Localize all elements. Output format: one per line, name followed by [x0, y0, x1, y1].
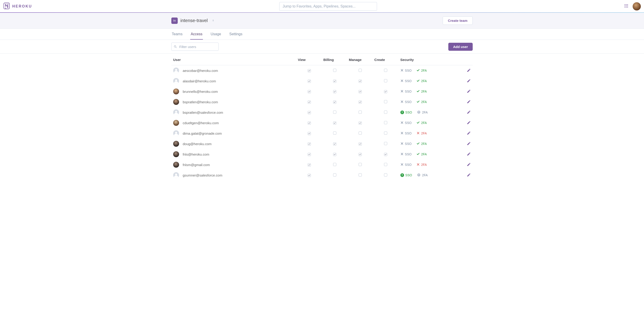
- checkbox[interactable]: [384, 79, 387, 82]
- table-row: friism@gmail.com SSO2FA: [171, 159, 473, 170]
- tab-teams[interactable]: Teams: [171, 29, 183, 40]
- checkbox[interactable]: [358, 142, 362, 146]
- checkbox[interactable]: [308, 101, 311, 104]
- checkbox[interactable]: [308, 69, 311, 72]
- edit-user-button[interactable]: [467, 174, 471, 178]
- checkbox[interactable]: [384, 90, 387, 93]
- filter-users-input[interactable]: [171, 43, 218, 51]
- user-avatar-icon: [173, 109, 179, 115]
- checkbox[interactable]: [333, 153, 336, 156]
- checkbox[interactable]: [384, 100, 387, 103]
- user-email: alasdair@heroku.com: [183, 79, 216, 83]
- user-avatar[interactable]: [633, 2, 641, 11]
- checkbox[interactable]: [384, 153, 387, 156]
- table-row: bspratlen@salesforce.com ?SSO2FA: [171, 107, 473, 118]
- checkbox[interactable]: [358, 173, 362, 177]
- edit-user-button[interactable]: [467, 132, 471, 136]
- add-user-button[interactable]: Add user: [448, 43, 473, 51]
- checkbox[interactable]: [333, 131, 336, 135]
- global-search-input[interactable]: [279, 2, 377, 11]
- user-email: aescobar@heroku.com: [183, 69, 218, 73]
- checkbox[interactable]: [358, 163, 362, 166]
- col-manage: Manage: [348, 54, 373, 65]
- checkbox[interactable]: [308, 142, 311, 146]
- user-avatar-icon: [173, 130, 179, 136]
- tab-usage[interactable]: Usage: [210, 29, 222, 40]
- checkbox[interactable]: [358, 90, 362, 93]
- edit-user-button[interactable]: [467, 121, 471, 125]
- checkbox[interactable]: [358, 69, 362, 72]
- checkbox[interactable]: [333, 111, 336, 114]
- user-avatar-icon: [173, 89, 179, 94]
- edit-user-button[interactable]: [467, 142, 471, 146]
- heroku-logo-icon: [3, 3, 10, 10]
- sso-status: SSO: [400, 163, 412, 167]
- edit-user-button[interactable]: [467, 90, 471, 94]
- chevron-updown-icon: [212, 19, 214, 23]
- team-name: intense-travel: [180, 18, 208, 23]
- edit-user-button[interactable]: [467, 163, 471, 167]
- team-header: In intense-travel Create team: [0, 13, 644, 29]
- checkbox[interactable]: [384, 173, 387, 177]
- user-email: bspratlen@salesforce.com: [183, 111, 223, 114]
- checkbox[interactable]: [358, 80, 362, 83]
- team-switcher[interactable]: In intense-travel: [171, 18, 214, 24]
- checkbox[interactable]: [308, 90, 311, 93]
- checkbox[interactable]: [384, 111, 387, 114]
- user-email: brunnells@heroku.com: [183, 90, 218, 94]
- checkbox[interactable]: [384, 131, 387, 135]
- create-team-button[interactable]: Create team: [443, 16, 473, 25]
- table-row: alasdair@heroku.com SSO2FA: [171, 76, 473, 86]
- checkbox[interactable]: [358, 131, 362, 135]
- checkbox[interactable]: [333, 173, 336, 177]
- checkbox[interactable]: [308, 153, 311, 156]
- edit-user-button[interactable]: [467, 111, 471, 115]
- checkbox[interactable]: [308, 163, 311, 167]
- brand[interactable]: HEROKU: [3, 3, 32, 10]
- checkbox[interactable]: [358, 121, 362, 125]
- checkbox[interactable]: [308, 174, 311, 177]
- sso-status: SSO: [400, 142, 412, 146]
- user-email: dima.galat@gronade.com: [183, 131, 222, 135]
- col-billing: Billing: [322, 54, 348, 65]
- checkbox[interactable]: [308, 80, 311, 83]
- user-avatar-icon: [173, 172, 179, 178]
- tfa-status: 2FA: [417, 173, 428, 177]
- col-view: View: [296, 54, 322, 65]
- checkbox[interactable]: [308, 121, 311, 125]
- checkbox[interactable]: [384, 121, 387, 124]
- user-avatar-icon: [173, 162, 179, 168]
- sso-status: SSO: [400, 121, 412, 125]
- checkbox[interactable]: [308, 132, 311, 135]
- table-row: aescobar@heroku.com SSO2FA: [171, 65, 473, 76]
- tab-settings[interactable]: Settings: [229, 29, 243, 40]
- edit-user-button[interactable]: [467, 101, 471, 104]
- tab-access[interactable]: Access: [190, 29, 203, 40]
- table-row: doug@heroku.com SSO2FA: [171, 139, 473, 149]
- checkbox[interactable]: [333, 121, 336, 125]
- checkbox[interactable]: [358, 153, 362, 156]
- checkbox[interactable]: [333, 80, 336, 83]
- tfa-status: 2FA: [416, 152, 427, 156]
- checkbox[interactable]: [333, 90, 336, 93]
- sso-status: SSO: [400, 100, 412, 104]
- checkbox[interactable]: [384, 69, 387, 72]
- edit-user-button[interactable]: [467, 69, 471, 73]
- checkbox[interactable]: [358, 101, 362, 104]
- checkbox[interactable]: [333, 142, 336, 146]
- toolbar: Add user: [0, 40, 644, 54]
- checkbox[interactable]: [384, 163, 387, 166]
- brand-text: HEROKU: [12, 4, 32, 9]
- checkbox[interactable]: [358, 111, 362, 114]
- checkbox[interactable]: [333, 69, 336, 72]
- tfa-status: 2FA: [416, 100, 427, 104]
- checkbox[interactable]: [308, 111, 311, 114]
- checkbox[interactable]: [333, 163, 336, 166]
- tfa-status: 2FA: [416, 90, 427, 94]
- checkbox[interactable]: [384, 142, 387, 145]
- checkbox[interactable]: [333, 101, 336, 104]
- edit-user-button[interactable]: [467, 153, 471, 157]
- table-row: cdueltgen@heroku.com SSO2FA: [171, 118, 473, 128]
- edit-user-button[interactable]: [467, 80, 471, 84]
- apps-grid-icon[interactable]: [624, 4, 628, 9]
